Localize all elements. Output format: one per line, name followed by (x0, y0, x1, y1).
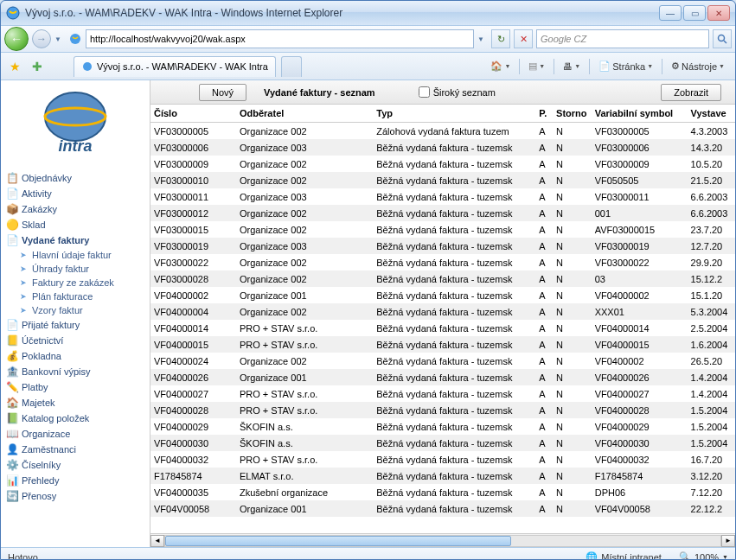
print-icon: 🖶 (563, 61, 573, 72)
sidebar-item[interactable]: 📊Přehledy (1, 473, 150, 488)
sidebar-item[interactable]: 📄Aktivity (1, 186, 150, 201)
sidebar-item[interactable]: 📗Katalog položek (1, 410, 150, 426)
col-varsym[interactable]: Variabilní symbol (592, 108, 688, 118)
cell-cislo: VF03000028 (150, 274, 236, 284)
sidebar-item[interactable]: ⚙️Číselníky (1, 457, 150, 473)
home-button[interactable]: 🏠▼ (485, 57, 515, 76)
table-row[interactable]: VF04000024Organizace 002Běžná vydaná fak… (150, 353, 735, 369)
feeds-button[interactable]: ▤▼ (523, 57, 550, 76)
table-row[interactable]: VF04000004Organizace 002Běžná vydaná fak… (150, 303, 735, 320)
cell-cislo: VF04000004 (150, 307, 236, 317)
address-dropdown-icon[interactable]: ▼ (477, 35, 488, 43)
status-text: Hotovo (8, 552, 38, 561)
scroll-track[interactable] (164, 535, 721, 547)
sidebar-subitem[interactable]: ➤Plán fakturace (1, 290, 150, 303)
nav-icon: 💰 (6, 350, 18, 362)
refresh-button[interactable]: ↻ (491, 29, 510, 48)
sidebar-subitem[interactable]: ➤Faktury ze zakázek (1, 276, 150, 290)
maximize-button[interactable]: ▭ (683, 5, 706, 21)
new-button[interactable]: Nový (199, 84, 246, 101)
sidebar-item[interactable]: 💰Pokladna (1, 348, 150, 364)
table-row[interactable]: VF04000002Organizace 001Běžná vydaná fak… (150, 287, 735, 303)
table-row[interactable]: VF03000009Organizace 002Běžná vydaná fak… (150, 156, 735, 172)
cell-cislo: VF03000005 (150, 126, 236, 137)
cell-cislo: VF03000015 (150, 225, 236, 235)
horizontal-scrollbar[interactable]: ◄ ► (150, 533, 735, 547)
table-row[interactable]: F17845874ELMAT s.r.o.Běžná vydaná faktur… (150, 468, 735, 484)
forward-button[interactable]: → (32, 29, 51, 48)
zoom-control[interactable]: 🔍 100% ▼ (679, 551, 728, 560)
cell-typ: Běžná vydaná faktura - tuzemsk (373, 422, 535, 432)
print-button[interactable]: 🖶▼ (558, 57, 586, 76)
add-favorites-icon[interactable]: ✚ (29, 58, 46, 75)
browser-tab[interactable]: Vývoj s.r.o. - WAM\RADEKV - WAK Intra (74, 56, 276, 77)
col-cislo[interactable]: Číslo (150, 108, 236, 118)
table-row[interactable]: VF03000011Organizace 003Běžná vydaná fak… (150, 188, 735, 205)
scroll-thumb[interactable] (165, 536, 511, 546)
col-p[interactable]: P. (535, 108, 553, 118)
table-row[interactable]: VF04000015PRO + STAV s.r.o.Běžná vydaná … (150, 336, 735, 353)
new-tab-button[interactable] (281, 56, 302, 77)
col-storno[interactable]: Storno (553, 108, 592, 118)
table-row[interactable]: VF03000028Organizace 002Běžná vydaná fak… (150, 270, 735, 287)
show-button[interactable]: Zobrazit (661, 84, 721, 101)
table-row[interactable]: VF04V00058Organizace 001Běžná vydaná fak… (150, 500, 735, 517)
table-row[interactable]: VF03000022Organizace 002Běžná vydaná fak… (150, 254, 735, 270)
table-row[interactable]: VF04000028PRO + STAV s.r.o.Běžná vydaná … (150, 402, 735, 418)
sidebar-item[interactable]: 🏦Bankovní výpisy (1, 364, 150, 379)
wide-list-checkbox[interactable]: Široký seznam (419, 86, 496, 98)
sidebar-subitem[interactable]: ➤Úhrady faktur (1, 262, 150, 276)
table-row[interactable]: VF03000019Organizace 003Běžná vydaná fak… (150, 238, 735, 254)
table-row[interactable]: VF03000006Organizace 003Běžná vydaná fak… (150, 139, 735, 156)
wide-checkbox-input[interactable] (419, 86, 430, 98)
cell-varsym: VF0400002 (592, 356, 688, 366)
col-odberatel[interactable]: Odběratel (236, 108, 373, 118)
sidebar-item[interactable]: 🔄Přenosy (1, 488, 150, 504)
table-row[interactable]: VF03000012Organizace 002Běžná vydaná fak… (150, 205, 735, 221)
cell-p: A (535, 274, 553, 284)
cell-typ: Běžná vydaná faktura - tuzemsk (373, 307, 535, 317)
table-row[interactable]: VF04000030ŠKOFIN a.s.Běžná vydaná faktur… (150, 435, 735, 451)
sidebar-item[interactable]: 📄Vydané faktury (1, 232, 150, 248)
table-row[interactable]: VF04000014PRO + STAV s.r.o.Běžná vydaná … (150, 320, 735, 336)
scroll-left-button[interactable]: ◄ (150, 535, 164, 547)
table-row[interactable]: VF04000032PRO + STAV s.r.o.Běžná vydaná … (150, 451, 735, 468)
table-row[interactable]: VF03000005Organizace 002Zálohová vydaná … (150, 123, 735, 139)
favorites-icon[interactable]: ★ (6, 58, 23, 75)
table-row[interactable]: VF04000035Zkušební organizaceBěžná vydan… (150, 484, 735, 500)
sidebar-subitem[interactable]: ➤Vzory faktur (1, 303, 150, 317)
table-row[interactable]: VF03000015Organizace 002Běžná vydaná fak… (150, 221, 735, 238)
table-row[interactable]: VF04000027PRO + STAV s.r.o.Běžná vydaná … (150, 385, 735, 402)
sidebar-item[interactable]: 📦Zakázky (1, 201, 150, 217)
sidebar-item[interactable]: 🏠Majetek (1, 395, 150, 410)
sidebar-item[interactable]: 📖Organizace (1, 426, 150, 442)
back-button[interactable]: ← (4, 27, 29, 51)
col-vystaveno[interactable]: Vystave (688, 108, 735, 118)
tools-menu[interactable]: ⚙Nástroje▼ (666, 57, 730, 76)
cell-cislo: VF04000032 (150, 455, 236, 465)
nav-history-dropdown-icon[interactable]: ▼ (54, 35, 65, 43)
sidebar-item[interactable]: 👤Zaměstnanci (1, 442, 150, 457)
table-row[interactable]: VF04000029ŠKOFIN a.s.Běžná vydaná faktur… (150, 418, 735, 435)
scroll-right-button[interactable]: ► (721, 535, 735, 547)
cell-typ: Běžná vydaná faktura - tuzemsk (373, 241, 535, 251)
search-input[interactable] (536, 29, 709, 48)
sidebar-item[interactable]: ✏️Platby (1, 379, 150, 395)
cell-storno: N (553, 487, 592, 498)
sidebar-item[interactable]: 📒Účetnictví (1, 333, 150, 348)
col-typ[interactable]: Typ (373, 108, 535, 118)
close-button[interactable]: ✕ (707, 5, 730, 21)
address-input[interactable] (86, 29, 474, 48)
page-menu[interactable]: 📄Stránka▼ (593, 57, 658, 76)
search-button[interactable] (713, 29, 732, 48)
minimize-button[interactable]: — (659, 5, 682, 21)
table-row[interactable]: VF04000026Organizace 001Běžná vydaná fak… (150, 369, 735, 385)
table-row[interactable]: VF03000010Organizace 002Běžná vydaná fak… (150, 172, 735, 188)
stop-button[interactable]: ✕ (514, 29, 533, 48)
sidebar-subitem[interactable]: ➤Hlavní údaje faktur (1, 248, 150, 262)
nav-icon: ⚙️ (6, 459, 18, 471)
sidebar-item[interactable]: 📋Objednávky (1, 170, 150, 186)
security-zone[interactable]: 🌐 Místní intranet (586, 551, 662, 560)
sidebar-item[interactable]: 📄Přijaté faktury (1, 317, 150, 333)
sidebar-item[interactable]: 🟡Sklad (1, 217, 150, 232)
